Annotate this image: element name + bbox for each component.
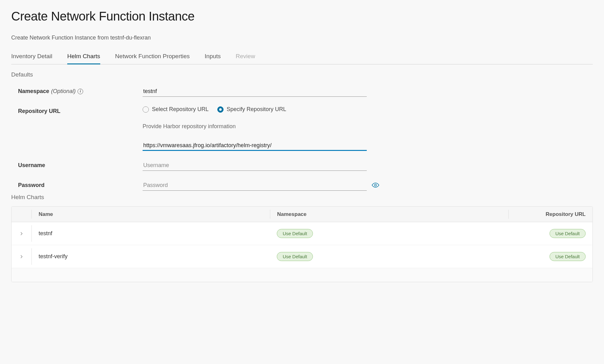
use-default-repo-button[interactable]: Use Default [550,252,586,261]
repo-url-input[interactable] [143,140,367,151]
radio-specify-repo-label: Specify Repository URL [227,106,286,113]
column-name: Name [32,207,270,222]
use-default-namespace-button[interactable]: Use Default [277,229,313,238]
password-label: Password [18,180,143,189]
field-namespace: Namespace (Optional) i [18,86,385,97]
namespace-label-text: Namespace [18,88,49,95]
repo-url-label-text: Repository URL [18,108,60,114]
tab-inventory-detail[interactable]: Inventory Detail [11,50,52,64]
table-row: testnf-verify Use Default Use Default [12,245,592,268]
namespace-label: Namespace (Optional) i [18,86,143,95]
tab-nf-properties[interactable]: Network Function Properties [115,50,190,64]
repo-helper-text: Provide Harbor repository information [143,123,385,130]
row-name: testnf [32,222,270,245]
use-default-namespace-button[interactable]: Use Default [277,252,313,261]
radio-specify-repo[interactable]: Specify Repository URL [217,106,286,113]
tab-inputs[interactable]: Inputs [205,50,221,64]
field-repo-url: Repository URL Select Repository URL Spe… [18,106,385,151]
password-input[interactable] [143,180,367,191]
table-header: Name Namespace Repository URL [12,207,592,222]
page-subtitle: Create Network Function Instance from te… [11,35,593,41]
username-input[interactable] [143,160,367,171]
tab-helm-charts[interactable]: Helm Charts [67,50,100,64]
helm-charts-heading: Helm Charts [11,194,593,201]
radio-select-repo[interactable]: Select Repository URL [143,106,209,113]
namespace-input[interactable] [143,86,367,97]
table-row: testnf Use Default Use Default [12,222,592,245]
username-label-text: Username [18,162,45,169]
defaults-form: Namespace (Optional) i Repository URL Se… [11,86,385,191]
use-default-repo-button[interactable]: Use Default [550,229,586,238]
radio-checked-icon [217,106,224,113]
defaults-heading: Defaults [11,71,593,78]
repo-url-radio-group: Select Repository URL Specify Repository… [143,106,385,113]
chevron-right-icon[interactable] [19,231,24,236]
radio-select-repo-label: Select Repository URL [152,106,209,113]
column-repo-url: Repository URL [509,207,592,222]
row-name: testnf-verify [32,245,270,268]
column-namespace: Namespace [270,207,508,222]
info-icon[interactable]: i [78,89,83,94]
chevron-right-icon[interactable] [19,254,24,259]
tab-review: Review [236,50,255,64]
helm-charts-table: Name Namespace Repository URL testnf Use… [11,206,593,282]
field-username: Username [18,160,385,171]
repo-url-label: Repository URL [18,106,143,114]
table-footer [12,268,592,282]
tab-bar: Inventory Detail Helm Charts Network Fun… [11,50,593,64]
field-password: Password [18,180,385,191]
svg-point-0 [375,184,376,186]
username-label: Username [18,160,143,169]
eye-icon[interactable] [372,181,379,190]
namespace-optional: (Optional) [51,88,76,95]
page-title: Create Network Function Instance [11,9,593,23]
password-label-text: Password [18,182,45,189]
radio-icon [143,106,149,113]
